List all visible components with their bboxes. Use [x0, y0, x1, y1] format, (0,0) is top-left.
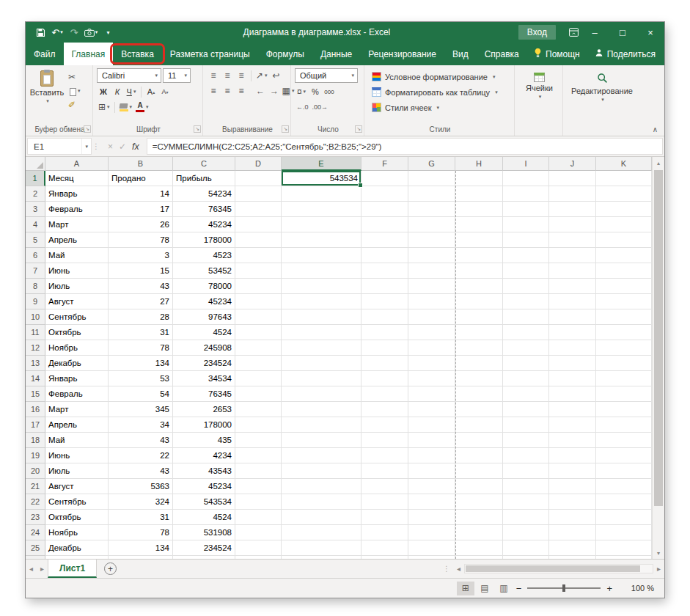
copy-button[interactable]: ▾	[68, 85, 81, 96]
row-header-26[interactable]: 26	[26, 556, 45, 559]
row-header-11[interactable]: 11	[26, 325, 45, 340]
row-header-16[interactable]: 16	[26, 402, 45, 417]
cell-D14[interactable]	[235, 371, 282, 386]
cell-A10[interactable]: Сентябрь	[45, 309, 109, 325]
cell-F23[interactable]	[361, 510, 408, 525]
cell-C11[interactable]: 4524	[173, 325, 235, 340]
font-color-button[interactable]: А▾	[134, 100, 150, 114]
cell-C2[interactable]: 54234	[173, 186, 235, 202]
cell-H10[interactable]	[455, 309, 503, 325]
cell-A3[interactable]: Февраль	[45, 202, 109, 217]
cell-I21[interactable]	[503, 479, 549, 494]
horizontal-scroll-thumb[interactable]	[466, 565, 640, 572]
cell-B8[interactable]: 43	[109, 279, 173, 294]
cell-E15[interactable]	[282, 386, 361, 402]
cell-G7[interactable]	[408, 263, 455, 279]
cell-G10[interactable]	[408, 309, 455, 325]
cell-K22[interactable]	[596, 494, 652, 510]
minimize-button[interactable]: –	[581, 22, 609, 43]
cell-G15[interactable]	[408, 386, 455, 402]
row-header-15[interactable]: 15	[26, 386, 45, 402]
cell-G16[interactable]	[408, 402, 455, 417]
cell-E21[interactable]	[282, 479, 361, 494]
cell-J3[interactable]	[549, 202, 596, 217]
column-header-J[interactable]: J	[549, 157, 596, 171]
cell-E16[interactable]	[282, 402, 361, 417]
cell-I2[interactable]	[503, 186, 549, 202]
cell-J4[interactable]	[549, 217, 596, 232]
cell-G8[interactable]	[408, 279, 455, 294]
cell-J26[interactable]	[549, 556, 596, 559]
cell-A12[interactable]: Ноябрь	[45, 340, 109, 356]
cell-A20[interactable]: Июль	[45, 463, 109, 479]
cell-I4[interactable]	[503, 217, 549, 232]
cell-J15[interactable]	[549, 386, 596, 402]
font-name-dropdown-icon[interactable]: ▾	[155, 73, 158, 78]
cell-J21[interactable]	[549, 479, 596, 494]
underline-button[interactable]: Ч▾	[125, 85, 138, 98]
cell-I9[interactable]	[503, 294, 549, 309]
cell-J11[interactable]	[549, 325, 596, 340]
close-button[interactable]: ×	[636, 22, 664, 43]
cell-G2[interactable]	[408, 186, 455, 202]
cell-K16[interactable]	[596, 402, 652, 417]
cell-A11[interactable]: Октябрь	[45, 325, 109, 340]
number-format-dropdown-icon[interactable]: ▾	[351, 73, 354, 78]
cell-F11[interactable]	[361, 325, 408, 340]
cell-G14[interactable]	[408, 371, 455, 386]
cell-K25[interactable]	[596, 540, 652, 556]
redo-button[interactable]: ↷	[67, 24, 81, 40]
cell-B1[interactable]: Продано	[109, 171, 173, 186]
cell-A9[interactable]: Август	[45, 294, 109, 309]
row-header-10[interactable]: 10	[26, 309, 45, 325]
cell-F14[interactable]	[361, 371, 408, 386]
cell-H17[interactable]	[455, 417, 503, 433]
orientation-button[interactable]: ↗▾	[254, 69, 269, 82]
cell-C19[interactable]: 4234	[173, 448, 235, 463]
cell-E13[interactable]	[282, 356, 361, 371]
cell-H26[interactable]	[455, 556, 503, 559]
cell-D4[interactable]	[235, 217, 282, 232]
tab-page-layout[interactable]: Разметка страницы	[162, 43, 258, 65]
cell-E5[interactable]	[282, 232, 361, 248]
cell-E26[interactable]	[282, 556, 361, 559]
customize-qat-button[interactable]: ▾	[100, 24, 115, 40]
cell-F25[interactable]	[361, 540, 408, 556]
tab-view[interactable]: Вид	[444, 43, 477, 65]
cell-J12[interactable]	[549, 340, 596, 356]
decrease-indent-button[interactable]: ←	[254, 84, 267, 98]
cell-B7[interactable]: 15	[109, 263, 173, 279]
cell-A18[interactable]: Май	[45, 433, 109, 448]
cell-H2[interactable]	[455, 186, 503, 202]
align-right-button[interactable]: ≡	[235, 84, 248, 98]
save-button[interactable]	[33, 24, 48, 40]
cell-H5[interactable]	[455, 232, 503, 248]
cell-I5[interactable]	[503, 232, 549, 248]
row-header-22[interactable]: 22	[26, 494, 45, 510]
cell-I24[interactable]	[503, 525, 549, 540]
cell-B12[interactable]: 78	[109, 340, 173, 356]
column-header-C[interactable]: C	[173, 157, 235, 171]
cell-D8[interactable]	[235, 279, 282, 294]
cell-E25[interactable]	[282, 540, 361, 556]
grow-font-button[interactable]: А▴	[144, 85, 158, 98]
cell-C26[interactable]	[173, 556, 235, 559]
cell-C23[interactable]: 4524	[173, 510, 235, 525]
cell-F12[interactable]	[361, 340, 408, 356]
row-header-19[interactable]: 19	[26, 448, 45, 463]
cell-H9[interactable]	[455, 294, 503, 309]
shrink-font-button[interactable]: А▾	[158, 85, 172, 98]
cell-C4[interactable]: 45234	[173, 217, 235, 232]
cell-G23[interactable]	[408, 510, 455, 525]
decrease-decimal-button[interactable]: .00→	[311, 100, 330, 114]
row-header-18[interactable]: 18	[26, 433, 45, 448]
cell-K20[interactable]	[596, 463, 652, 479]
cell-G26[interactable]	[408, 556, 455, 559]
cell-B19[interactable]: 22	[109, 448, 173, 463]
cell-C14[interactable]: 34534	[173, 371, 235, 386]
cell-J16[interactable]	[549, 402, 596, 417]
cell-I17[interactable]	[503, 417, 549, 433]
cell-K1[interactable]	[596, 171, 652, 186]
cell-I14[interactable]	[503, 371, 549, 386]
zoom-slider-thumb[interactable]	[562, 584, 565, 592]
